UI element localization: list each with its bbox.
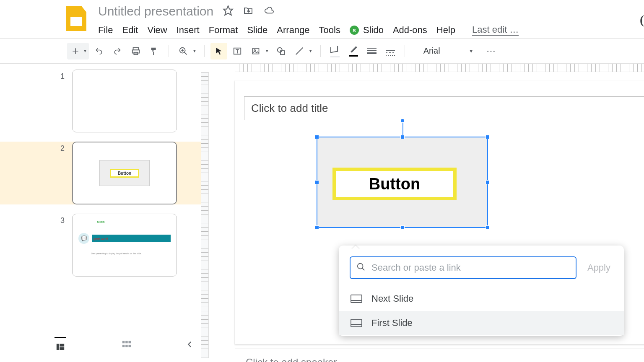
menu-edit[interactable]: Edit <box>122 25 138 36</box>
apply-button[interactable]: Apply <box>585 259 613 277</box>
chevron-down-icon: ▼ <box>469 48 474 54</box>
select-tool[interactable] <box>210 43 227 59</box>
thumb-button-label: Button <box>110 169 139 178</box>
zoom-button[interactable] <box>175 43 192 59</box>
font-name: Arial <box>423 46 440 56</box>
fill-color-button[interactable] <box>327 43 343 59</box>
rotate-handle[interactable] <box>400 118 405 123</box>
svg-rect-11 <box>60 344 64 346</box>
more-tools-button[interactable]: ⋯ <box>486 46 496 57</box>
slide-number: 1 <box>55 70 65 132</box>
move-folder-icon[interactable] <box>243 5 254 17</box>
doc-title[interactable]: Untitled presentation <box>98 4 213 18</box>
resize-handle[interactable] <box>486 225 490 230</box>
chat-icon: 💬 <box>78 233 89 244</box>
svg-rect-18 <box>129 344 131 347</box>
link-option-next-slide[interactable]: Next Slide <box>339 287 624 311</box>
svg-rect-13 <box>122 341 125 343</box>
chevron-down-icon[interactable]: ▼ <box>265 49 269 53</box>
title-placeholder[interactable]: Click to add title <box>244 96 644 120</box>
thumbnail[interactable]: 3 slido 💬great work! Start presenting to… <box>55 214 201 277</box>
thumbnail[interactable]: 1 <box>55 70 201 132</box>
svg-rect-15 <box>129 341 131 343</box>
canvas[interactable]: Click to add title Button <box>201 64 644 358</box>
resize-handle[interactable] <box>486 135 490 139</box>
menu-addons[interactable]: Add-ons <box>393 25 427 36</box>
selected-shape[interactable]: Button <box>317 137 488 228</box>
svg-rect-10 <box>57 344 59 350</box>
slide-icon <box>351 319 362 327</box>
slide-icon <box>351 295 362 303</box>
slide-surface[interactable]: Click to add title Button <box>235 80 644 344</box>
grid-view-button[interactable] <box>121 340 132 351</box>
svg-rect-17 <box>125 344 128 347</box>
new-slide-button[interactable]: ▼ <box>67 43 89 59</box>
line-tool[interactable] <box>291 43 308 59</box>
menu-format[interactable]: Format <box>209 25 238 36</box>
slides-logo[interactable] <box>66 6 86 31</box>
thumbnail[interactable]: 2 Button <box>0 142 201 204</box>
border-weight-button[interactable] <box>364 43 380 59</box>
overflow-glyph: ( <box>640 13 644 27</box>
resize-handle[interactable] <box>400 135 405 139</box>
border-dash-button[interactable] <box>382 43 399 59</box>
thumb-slido-label: slido <box>97 220 171 224</box>
button-shape-text[interactable]: Button <box>332 168 457 200</box>
slide-number: 3 <box>55 214 65 277</box>
textbox-tool[interactable] <box>229 43 246 59</box>
menubar: File Edit View Insert Format Slide Arran… <box>98 24 519 36</box>
resize-handle[interactable] <box>315 225 319 230</box>
menu-tools[interactable]: Tools <box>319 25 340 36</box>
shape-tool[interactable] <box>273 43 289 59</box>
svg-point-8 <box>277 47 282 52</box>
chevron-down-icon[interactable]: ▼ <box>192 49 197 53</box>
menu-arrange[interactable]: Arrange <box>277 25 309 36</box>
chevron-down-icon[interactable]: ▼ <box>83 49 87 53</box>
svg-point-19 <box>358 264 363 269</box>
link-option-label: First Slide <box>371 318 413 328</box>
slide-number: 2 <box>55 142 65 204</box>
resize-handle[interactable] <box>400 225 405 230</box>
font-picker[interactable]: Arial ▼ <box>418 46 480 56</box>
svg-rect-14 <box>125 341 128 343</box>
cloud-status-icon[interactable] <box>263 6 275 17</box>
menu-file[interactable]: File <box>98 25 113 36</box>
menu-help[interactable]: Help <box>436 25 455 36</box>
filmstrip-view-button[interactable] <box>55 337 66 353</box>
search-icon <box>356 262 366 273</box>
link-option-label: Next Slide <box>371 293 413 304</box>
svg-rect-16 <box>122 344 125 347</box>
thumb-footer: Start presenting to display the poll res… <box>91 252 171 255</box>
slido-badge-icon: s <box>350 26 359 35</box>
ruler-vertical <box>201 72 209 358</box>
resize-handle[interactable] <box>315 180 319 184</box>
svg-rect-6 <box>252 48 259 54</box>
svg-marker-0 <box>223 6 233 15</box>
print-button[interactable] <box>127 43 144 59</box>
image-tool[interactable] <box>247 43 264 59</box>
menu-slido[interactable]: Slido <box>363 25 384 36</box>
undo-button[interactable] <box>91 43 107 59</box>
link-search-input[interactable] <box>371 262 570 273</box>
svg-rect-9 <box>280 51 284 54</box>
link-option-first-slide[interactable]: First Slide <box>339 311 624 335</box>
svg-rect-12 <box>60 347 64 350</box>
link-search-box[interactable] <box>350 256 576 279</box>
resize-handle[interactable] <box>315 135 319 139</box>
paint-format-button[interactable] <box>146 43 163 59</box>
resize-handle[interactable] <box>486 180 490 184</box>
speaker-notes[interactable]: Click to add speaker <box>235 349 644 362</box>
border-color-button[interactable] <box>345 43 362 59</box>
last-edit-link[interactable]: Last edit … <box>472 24 519 36</box>
slide-panel: 1 2 Button 3 slido 💬great work! Start pr… <box>0 64 201 358</box>
collapse-panel-button[interactable] <box>186 340 194 351</box>
link-popup: Apply Next Slide First Slide <box>339 246 624 336</box>
menu-slide[interactable]: Slide <box>247 25 267 36</box>
menu-view[interactable]: View <box>147 25 167 36</box>
star-icon[interactable] <box>223 5 234 18</box>
thumb-bar-text: great work! <box>92 235 171 242</box>
toolbar: ▼ ▼ ▼ ▼ Arial ▼ ⋯ <box>0 39 644 64</box>
redo-button[interactable] <box>109 43 126 59</box>
chevron-down-icon[interactable]: ▼ <box>309 49 313 53</box>
menu-insert[interactable]: Insert <box>177 25 200 36</box>
